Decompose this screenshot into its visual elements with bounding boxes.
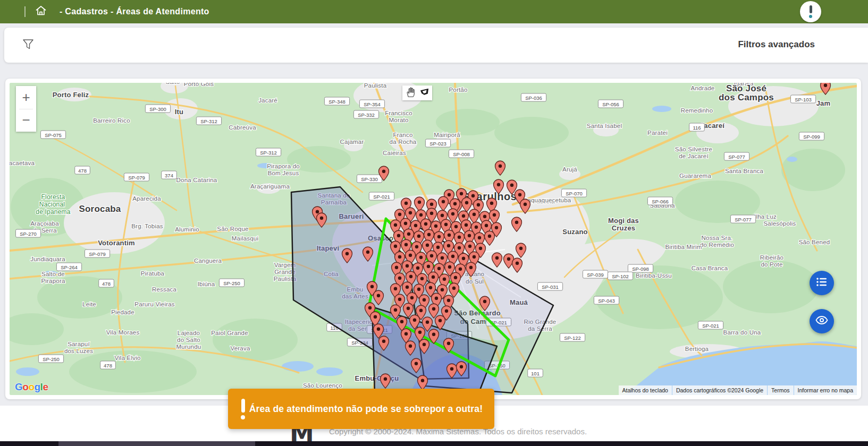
marker-dot xyxy=(448,193,451,196)
marker-dot xyxy=(437,235,441,238)
marker-dot xyxy=(444,223,448,226)
google-logo-letter: G xyxy=(15,381,22,392)
lake xyxy=(282,361,314,372)
map-label: de Ipanema xyxy=(36,208,71,216)
map-label: da Rocha xyxy=(390,139,417,145)
marker-dot xyxy=(453,202,457,205)
marker-dot xyxy=(468,234,471,237)
horizontal-scrollbar[interactable] xyxy=(0,441,868,446)
road-badge-label: SP-354 xyxy=(364,101,381,107)
marker-dot xyxy=(377,294,380,297)
marker-dot xyxy=(366,251,369,254)
exclamation-icon xyxy=(809,5,812,18)
map-label: Porto Feliz xyxy=(53,91,89,99)
marker-dot xyxy=(448,265,451,269)
filter-funnel-icon[interactable] xyxy=(22,38,35,52)
toast-warning[interactable]: Área de atendimento não pode se sobrepor… xyxy=(228,389,494,429)
marker-dot xyxy=(447,299,450,302)
map-label: Murundu xyxy=(176,344,201,350)
zoom-in-button[interactable]: + xyxy=(16,86,36,109)
road-badge: 478 xyxy=(99,279,114,287)
road-badge-label: 478 xyxy=(78,168,87,174)
map-label: Dona Catarina xyxy=(176,177,217,183)
road-badge: 374 xyxy=(162,171,177,179)
marker-dot xyxy=(397,234,400,237)
marker-dot xyxy=(471,194,475,198)
marker-dot xyxy=(377,328,380,331)
map-label: Remedinho xyxy=(681,107,713,114)
marker-dot xyxy=(420,277,424,280)
road-badge: 478 xyxy=(100,361,116,369)
home-button[interactable] xyxy=(34,5,48,19)
map-label: São Roque xyxy=(217,226,248,232)
terms-link[interactable]: Termos xyxy=(768,385,793,395)
road-badge-label: SP-075 xyxy=(45,132,62,138)
marker-dot xyxy=(404,332,408,336)
scrollbar-thumb[interactable] xyxy=(58,441,255,446)
marker-dot xyxy=(515,221,518,224)
road-badge-label: SP-036 xyxy=(525,95,542,101)
layers-list-button[interactable] xyxy=(810,271,834,295)
road-badge: SP-056 xyxy=(598,100,623,108)
marker-dot xyxy=(462,215,465,218)
road-badge: SP-103 xyxy=(790,95,815,103)
map-label: Pirapora xyxy=(41,278,65,284)
marker-dot xyxy=(469,266,473,269)
map-label: Aluminio xyxy=(175,226,199,233)
map-label: Itu xyxy=(175,108,183,116)
road-badge: SP-300 xyxy=(145,105,170,113)
report-map-error-link[interactable]: Informar erro no mapa xyxy=(794,385,857,395)
google-logo[interactable]: Google xyxy=(15,381,48,393)
visibility-button[interactable] xyxy=(810,309,834,333)
map-label: Araçoiaba xyxy=(30,220,59,227)
marker-dot xyxy=(447,244,450,247)
map-label: Santa Branca xyxy=(725,168,763,174)
marker-dot xyxy=(423,298,426,302)
road-badge-label: SP-332 xyxy=(358,112,375,118)
marker-dot xyxy=(421,379,424,382)
marker-dot xyxy=(519,247,523,250)
marker-dot xyxy=(436,246,440,249)
marker-dot xyxy=(465,224,468,227)
marker-dot xyxy=(382,340,385,343)
marker-dot xyxy=(479,247,482,250)
road-badge: SP-102 xyxy=(608,272,633,280)
pan-hand-button[interactable] xyxy=(402,85,417,100)
map-label: dos Luzes xyxy=(64,348,93,354)
marker-dot xyxy=(497,183,500,186)
road-badge-label: SP-312 xyxy=(200,118,217,124)
road-badge-label: SP-098 xyxy=(632,266,649,272)
page-title: - Cadastros - Áreas de Atendimento xyxy=(60,7,209,16)
zoom-out-button[interactable]: − xyxy=(16,109,36,132)
marker-dot xyxy=(468,245,471,248)
draw-polygon-button[interactable] xyxy=(417,85,432,100)
marker-dot xyxy=(394,245,397,248)
marker-dot xyxy=(458,246,461,250)
map-label: Bacaetava xyxy=(10,160,35,166)
road-badge-label: SP-348 xyxy=(328,99,345,105)
map-svg[interactable]: Porto FelizSaltoPorto GóisItuBarreiro Ri… xyxy=(10,83,857,395)
keyboard-shortcuts-link[interactable]: Atalhos do teclado xyxy=(619,385,672,395)
map-label: São Silvestre xyxy=(675,146,712,152)
map-label: Arujá xyxy=(562,166,577,173)
map-label: Nossa Sra. xyxy=(702,235,733,241)
marker-dot xyxy=(404,222,407,225)
marker-dot xyxy=(488,235,491,238)
marker-dot xyxy=(507,258,510,261)
map-label: Sorocaba xyxy=(79,204,121,214)
map-canvas[interactable]: Porto FelizSaltoPorto GóisItuBarreiro Ri… xyxy=(10,83,857,395)
map-label: Ibiúna xyxy=(198,281,215,287)
marker-dot xyxy=(394,224,397,227)
marker-dot xyxy=(430,254,433,258)
road-badge: SP-021 xyxy=(698,321,723,329)
map-label: Jacaré xyxy=(258,97,277,104)
road-badge: SP-008 xyxy=(449,150,474,158)
map-label: Bom Jesus xyxy=(268,170,299,176)
map-draw-mode-control xyxy=(402,85,432,100)
marker-dot xyxy=(495,226,498,229)
road-badge-label: SP-008 xyxy=(453,151,470,157)
advanced-filters-link[interactable]: Filtros avançados xyxy=(738,39,815,50)
notification-button[interactable] xyxy=(800,1,821,22)
marker-dot xyxy=(462,257,465,260)
marker-dot xyxy=(432,333,435,336)
